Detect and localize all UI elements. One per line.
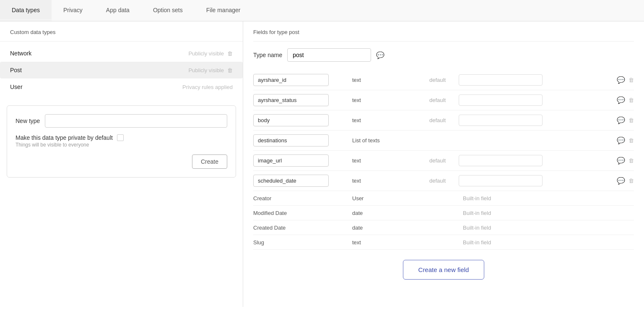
field-actions-body: 💬🗑	[617, 116, 634, 124]
type-name-row: Type name 💬	[253, 48, 634, 62]
tab-app-data[interactable]: App data	[94, 0, 141, 21]
field-actions-scheduled_date: 💬🗑	[617, 177, 634, 185]
field-type-scheduled_date: text	[345, 178, 429, 184]
data-type-name-network: Network	[10, 50, 31, 57]
field-actions-image_url: 💬🗑	[617, 157, 634, 165]
field-row-slug: SlugtextBuilt-in field	[253, 235, 634, 250]
field-trash-icon-body[interactable]: 🗑	[628, 117, 634, 123]
trash-icon-post[interactable]: 🗑	[227, 67, 233, 73]
field-type-modified_date: date	[345, 210, 429, 216]
field-actions-destinations: 💬🗑	[617, 136, 634, 144]
field-default-input-image_url[interactable]	[459, 155, 543, 166]
field-comment-icon-image_url[interactable]: 💬	[617, 157, 625, 165]
field-default-input-ayrshare_status[interactable]	[459, 94, 543, 106]
field-name-cell-slug: Slug	[253, 239, 345, 246]
data-type-list: NetworkPublicly visible🗑PostPublicly vis…	[0, 42, 243, 99]
data-type-name-user: User	[10, 84, 23, 90]
field-actions-ayrshare_id: 💬🗑	[617, 76, 634, 84]
field-row-destinations: destinationsList of texts💬🗑	[253, 131, 634, 151]
field-trash-icon-ayrshare_status[interactable]: 🗑	[628, 97, 634, 103]
field-name-text-created_date: Created Date	[253, 225, 286, 231]
data-type-status-network: Publicly visible🗑	[188, 50, 233, 57]
private-sublabel: Things will be visible to everyone	[16, 142, 227, 148]
left-panel-header: Custom data types	[0, 21, 243, 42]
field-default-input-scheduled_date[interactable]	[459, 175, 543, 186]
field-type-body: text	[345, 117, 429, 123]
field-name-cell-body: body	[253, 114, 345, 126]
field-trash-icon-destinations[interactable]: 🗑	[628, 137, 634, 144]
tabs-bar: Data typesPrivacyApp dataOption setsFile…	[0, 0, 644, 21]
field-builtin-label-created_date: Built-in field	[429, 225, 513, 231]
tab-privacy[interactable]: Privacy	[52, 0, 94, 21]
data-type-status-post: Publicly visible🗑	[188, 67, 233, 73]
tab-option-sets[interactable]: Option sets	[141, 0, 195, 21]
field-name-box-ayrshare_id: ayrshare_id	[253, 74, 329, 86]
field-type-image_url: text	[345, 157, 429, 164]
trash-icon-network[interactable]: 🗑	[227, 50, 233, 57]
field-builtin-label-creator: Built-in field	[429, 195, 513, 201]
field-row-creator: CreatorUserBuilt-in field	[253, 191, 634, 206]
field-default-input-body[interactable]	[459, 115, 543, 126]
field-type-slug: text	[345, 239, 429, 246]
data-type-status-text-network: Publicly visible	[188, 50, 224, 57]
field-name-box-ayrshare_status: ayrshare_status	[253, 94, 329, 106]
data-type-item-network[interactable]: NetworkPublicly visible🗑	[0, 45, 243, 62]
new-type-row: New type	[16, 114, 227, 128]
field-row-scheduled_date: scheduled_datetextdefault💬🗑	[253, 171, 634, 191]
data-type-status-text-user: Privacy rules applied	[182, 84, 233, 90]
field-name-box-body: body	[253, 114, 329, 126]
field-trash-icon-ayrshare_id[interactable]: 🗑	[628, 77, 634, 83]
left-panel: Custom data types NetworkPublicly visibl…	[0, 21, 243, 307]
type-name-label: Type name	[253, 52, 282, 58]
field-comment-icon-body[interactable]: 💬	[617, 116, 625, 124]
type-name-comment-icon[interactable]: 💬	[376, 51, 384, 59]
tab-file-manager[interactable]: File manager	[195, 0, 252, 21]
field-row-created_date: Created DatedateBuilt-in field	[253, 220, 634, 235]
field-type-created_date: date	[345, 225, 429, 231]
field-builtin-label-modified_date: Built-in field	[429, 210, 513, 216]
data-type-name-post: Post	[10, 67, 22, 73]
field-name-cell-modified_date: Modified Date	[253, 209, 345, 216]
data-type-status-user: Privacy rules applied	[182, 84, 233, 90]
create-field-button[interactable]: Create a new field	[403, 260, 485, 280]
field-comment-icon-scheduled_date[interactable]: 💬	[617, 177, 625, 185]
field-comment-icon-destinations[interactable]: 💬	[617, 136, 625, 144]
field-name-cell-ayrshare_status: ayrshare_status	[253, 94, 345, 106]
private-option-row: Make this data type private by default	[16, 134, 227, 141]
field-builtin-label-slug: Built-in field	[429, 239, 513, 246]
data-type-item-user[interactable]: UserPrivacy rules applied	[0, 78, 243, 95]
field-row-modified_date: Modified DatedateBuilt-in field	[253, 206, 634, 220]
field-type-ayrshare_id: text	[345, 77, 429, 83]
field-default-label-scheduled_date: default	[429, 178, 459, 184]
new-type-input[interactable]	[45, 114, 227, 128]
right-panel: Fields for type post Type name 💬 ayrshar…	[243, 21, 644, 307]
type-name-input[interactable]	[287, 48, 371, 62]
field-name-box-image_url: image_url	[253, 154, 329, 167]
create-type-button[interactable]: Create	[192, 154, 227, 169]
field-name-cell-destinations: destinations	[253, 134, 345, 147]
private-option: Make this data type private by default T…	[16, 134, 227, 148]
new-type-card: New type Make this data type private by …	[7, 105, 236, 178]
data-type-item-post[interactable]: PostPublicly visible🗑	[0, 62, 243, 78]
data-type-status-text-post: Publicly visible	[188, 67, 224, 73]
field-trash-icon-image_url[interactable]: 🗑	[628, 157, 634, 164]
field-type-ayrshare_status: text	[345, 97, 429, 103]
field-name-text-creator: Creator	[253, 195, 271, 201]
private-checkbox[interactable]	[117, 134, 124, 141]
field-name-box-destinations: destinations	[253, 134, 329, 147]
field-comment-icon-ayrshare_id[interactable]: 💬	[617, 76, 625, 84]
field-default-input-ayrshare_id[interactable]	[459, 74, 543, 86]
field-type-creator: User	[345, 195, 429, 201]
field-row-body: bodytextdefault💬🗑	[253, 110, 634, 131]
tab-data-types[interactable]: Data types	[0, 0, 52, 21]
field-name-cell-creator: Creator	[253, 195, 345, 201]
field-row-image_url: image_urltextdefault💬🗑	[253, 151, 634, 171]
field-trash-icon-scheduled_date[interactable]: 🗑	[628, 178, 634, 184]
field-name-cell-created_date: Created Date	[253, 224, 345, 231]
field-comment-icon-ayrshare_status[interactable]: 💬	[617, 96, 625, 104]
field-default-label-image_url: default	[429, 157, 459, 164]
field-name-box-scheduled_date: scheduled_date	[253, 175, 329, 187]
right-panel-header: Fields for type post	[253, 21, 634, 42]
field-name-cell-image_url: image_url	[253, 154, 345, 167]
field-type-destinations: List of texts	[345, 137, 429, 144]
